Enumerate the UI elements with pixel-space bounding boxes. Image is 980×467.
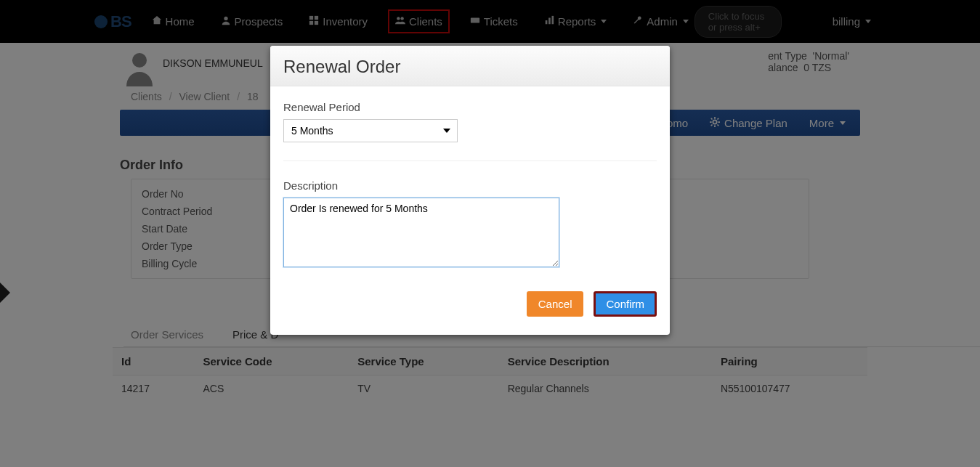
modal-body: Renewal Period 5 Months Description (270, 86, 670, 277)
description-label: Description (283, 179, 657, 192)
confirm-button[interactable]: Confirm (594, 291, 657, 317)
modal-header: Renewal Order (270, 46, 670, 86)
chevron-down-icon (443, 129, 450, 133)
modal-title: Renewal Order (283, 57, 657, 77)
cancel-button[interactable]: Cancel (527, 291, 584, 317)
modal-footer: Cancel Confirm (270, 277, 670, 335)
renewal-period-label: Renewal Period (283, 101, 657, 113)
renewal-period-select-wrap: 5 Months (283, 119, 458, 142)
description-textarea[interactable] (283, 198, 559, 267)
divider (283, 161, 657, 161)
renewal-period-select[interactable]: 5 Months (283, 119, 458, 142)
renewal-order-modal: Renewal Order Renewal Period 5 Months De… (270, 46, 670, 335)
